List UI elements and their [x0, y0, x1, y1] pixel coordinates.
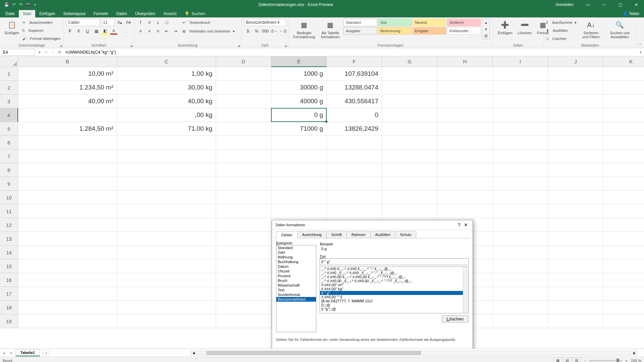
- merge-button[interactable]: ⊞ Verbinden und zentrieren ▾: [182, 27, 235, 35]
- dialog-launcher-icon[interactable]: ◢: [60, 44, 62, 47]
- cell[interactable]: [117, 163, 216, 177]
- cell[interactable]: [493, 177, 548, 191]
- accounting-icon[interactable]: $: [244, 28, 252, 35]
- collapse-ribbon-icon[interactable]: ㅅ: [639, 42, 642, 47]
- category-list[interactable]: StandardZahlWährungBuchhaltungDatumUhrze…: [276, 245, 316, 332]
- comma-icon[interactable]: 000: [262, 28, 269, 35]
- cell-style-neutral[interactable]: Neutral: [413, 19, 446, 26]
- col-header-H[interactable]: H: [437, 56, 493, 67]
- cell[interactable]: [271, 191, 327, 204]
- cell[interactable]: [603, 246, 644, 259]
- dialog-tab-ausrichtung[interactable]: Ausrichtung: [297, 231, 327, 238]
- category-item[interactable]: Datum: [276, 264, 316, 269]
- cell[interactable]: [271, 177, 327, 191]
- cell[interactable]: [437, 136, 493, 149]
- cell[interactable]: [548, 246, 603, 259]
- cell[interactable]: [548, 273, 603, 287]
- row-header-5[interactable]: 5: [0, 122, 18, 136]
- cell[interactable]: [382, 191, 437, 204]
- dialog-tab-schutz[interactable]: Schutz: [395, 231, 417, 238]
- cell[interactable]: 40000 g: [271, 95, 327, 108]
- row-header-7[interactable]: 7: [0, 149, 18, 163]
- cell[interactable]: [493, 122, 548, 136]
- cell[interactable]: [493, 204, 548, 218]
- cell[interactable]: [216, 273, 271, 287]
- save-icon[interactable]: 💾: [4, 2, 9, 7]
- cell[interactable]: [216, 301, 271, 314]
- col-header-G[interactable]: G: [382, 56, 437, 67]
- cell[interactable]: [216, 163, 271, 177]
- sort-filter-button[interactable]: A↓Sortieren und Filtern: [578, 19, 604, 40]
- cell[interactable]: 30,00 kg: [117, 81, 216, 95]
- font-color-button[interactable]: A: [110, 28, 117, 35]
- cell[interactable]: [327, 191, 382, 204]
- help-icon[interactable]: ?: [456, 222, 463, 228]
- paste-button[interactable]: 📋 Einfügen: [3, 19, 21, 36]
- row-header-19[interactable]: 19: [0, 314, 18, 328]
- type-list-item[interactable]: _-* #,##0 €_-;-* #,##0 €_-;_-* "-" €_-;_…: [320, 267, 468, 271]
- cell[interactable]: [216, 246, 271, 259]
- italic-button[interactable]: K: [75, 28, 83, 35]
- col-header-D[interactable]: D: [216, 56, 271, 67]
- qat-dropdown-icon[interactable]: ▾: [34, 3, 36, 6]
- cell-style-berechnung[interactable]: Berechnung: [378, 27, 412, 35]
- cell[interactable]: [548, 218, 603, 232]
- cell[interactable]: [493, 259, 548, 273]
- dialog-launcher-icon[interactable]: ◢: [237, 44, 240, 47]
- styles-more-icon[interactable]: ⊟: [482, 33, 490, 39]
- scroll-left-icon[interactable]: ◄: [192, 351, 196, 355]
- normal-view-icon[interactable]: ▦: [553, 358, 562, 362]
- cell[interactable]: [382, 95, 437, 108]
- cell[interactable]: [493, 218, 548, 232]
- cell[interactable]: 107,639104: [327, 67, 382, 81]
- cell[interactable]: [493, 314, 548, 328]
- cell[interactable]: [271, 136, 327, 149]
- cell[interactable]: [216, 204, 271, 218]
- cell[interactable]: [603, 163, 644, 177]
- cell[interactable]: [382, 136, 437, 149]
- cell-style-erklärender …[interactable]: Erklärender …: [447, 27, 481, 35]
- category-item[interactable]: Zahl: [276, 250, 316, 255]
- cell[interactable]: [603, 95, 644, 108]
- cell[interactable]: [603, 314, 644, 328]
- clear-button[interactable]: ◇ Löschen: [546, 35, 577, 42]
- cell[interactable]: [603, 177, 644, 191]
- decrease-font-icon[interactable]: A▾: [125, 19, 132, 26]
- row-header-18[interactable]: 18: [0, 301, 18, 314]
- tab-nav-prev-icon[interactable]: ◄: [0, 351, 8, 355]
- row-header-2[interactable]: 2: [0, 81, 18, 95]
- cell[interactable]: [18, 273, 117, 287]
- underline-button[interactable]: U: [84, 28, 91, 35]
- fill-button[interactable]: ⬇ Ausfüllen: [546, 27, 577, 34]
- align-center-icon[interactable]: ≡: [146, 28, 153, 35]
- cell[interactable]: [216, 149, 271, 163]
- col-header-K[interactable]: K: [603, 56, 644, 67]
- cell[interactable]: [216, 191, 271, 204]
- cell[interactable]: [216, 108, 271, 122]
- col-header-C[interactable]: C: [117, 56, 216, 67]
- col-header-F[interactable]: F: [327, 56, 382, 67]
- wrap-text-button[interactable]: ↩ Textumbruch: [182, 19, 235, 26]
- row-header-6[interactable]: 6: [0, 136, 18, 149]
- cell[interactable]: [216, 259, 271, 273]
- cell[interactable]: [117, 136, 216, 149]
- row-header-4[interactable]: 4: [0, 108, 18, 122]
- row-header-14[interactable]: 14: [0, 246, 18, 259]
- increase-indent-icon[interactable]: ⇥: [172, 28, 179, 35]
- cell[interactable]: [18, 177, 117, 191]
- cell[interactable]: [437, 149, 493, 163]
- cell[interactable]: [216, 122, 271, 136]
- cell[interactable]: [18, 301, 117, 314]
- bold-button[interactable]: F: [66, 28, 74, 35]
- enter-formula-icon[interactable]: ✓: [50, 50, 56, 55]
- cell[interactable]: 13288,0474: [327, 81, 382, 95]
- cell[interactable]: [327, 163, 382, 177]
- tab-nav-next-icon[interactable]: ►: [8, 351, 15, 355]
- percent-icon[interactable]: %: [253, 28, 260, 35]
- cell[interactable]: 10,00 m²: [18, 67, 117, 81]
- styles-down-icon[interactable]: ▾: [482, 26, 490, 33]
- cell[interactable]: 30000 g: [271, 81, 327, 95]
- cell[interactable]: [493, 287, 548, 301]
- cell[interactable]: [216, 81, 271, 95]
- delete-format-button[interactable]: Löschen: [442, 315, 469, 322]
